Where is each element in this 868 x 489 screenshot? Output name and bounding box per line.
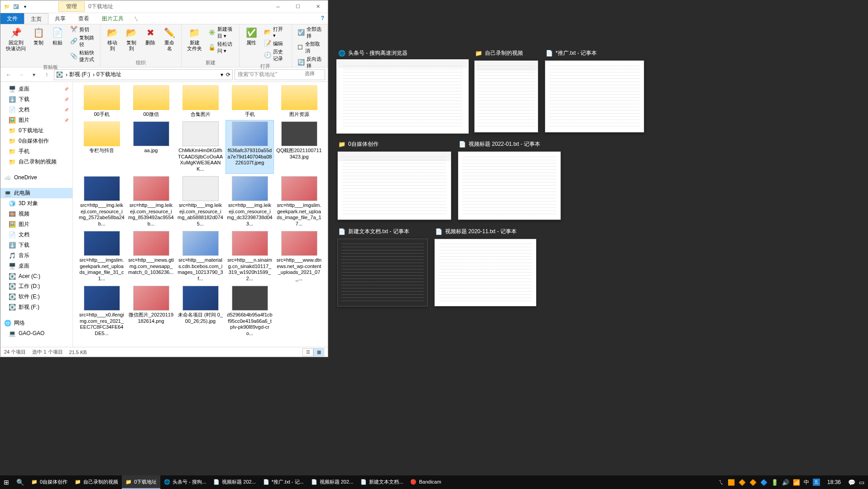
task-switcher-item[interactable]: 📄新建文本文档.txt - 记事本 xyxy=(337,226,428,307)
tab-home[interactable]: 主页 xyxy=(24,13,48,24)
folder-item[interactable]: 图片资源 xyxy=(275,84,323,119)
sidebar-quick-item[interactable]: 📄文档 xyxy=(0,105,72,115)
tray-ime-icon[interactable]: 五 xyxy=(813,479,820,486)
address-dropdown-icon[interactable]: ▾ xyxy=(221,72,223,78)
folder-item[interactable]: 00微信 xyxy=(127,84,175,119)
task-switcher-item[interactable]: 📄*推广.txt - 记事本 xyxy=(545,48,644,133)
taskbar-task[interactable]: 📄新建文本文档... xyxy=(357,475,407,489)
sidebar-quick-item[interactable]: 📁自己录制的视频 xyxy=(0,157,72,167)
sidebar-network-item[interactable]: 💻GAO-GAO xyxy=(0,328,72,338)
file-item[interactable]: src=http___inews.gtimg.com_newsapp_match… xyxy=(127,230,175,283)
file-item[interactable]: src=http___materials.cdn.bcebos.com_imag… xyxy=(176,230,225,283)
taskbar-task[interactable]: 🌐头条号 - 搜狗... xyxy=(160,475,210,489)
sidebar-quick-item[interactable]: 🖼️图片 xyxy=(0,115,72,125)
select-none-button[interactable]: ☐全部取消 xyxy=(296,40,324,55)
sidebar-thispc-item[interactable]: 💽软件 (E:) xyxy=(0,292,72,302)
sidebar-quick-item[interactable]: 🖥️桌面 xyxy=(0,84,72,94)
qa-checkbox-icon[interactable]: ☑️ xyxy=(12,3,19,10)
sidebar-thispc-item[interactable]: 💽工作 (D:) xyxy=(0,281,72,292)
paste-shortcut-button[interactable]: 📎粘贴快捷方式 xyxy=(68,49,96,63)
tray-chevron-icon[interactable]: ㄟ xyxy=(718,478,724,486)
file-item[interactable]: aa.jpg xyxy=(127,120,175,174)
taskbar-task[interactable]: 🔴Bandicam xyxy=(407,475,445,489)
sidebar-quick-item[interactable]: ⬇️下载 xyxy=(0,94,72,105)
sidebar-thispc-item[interactable]: 🖼️图片 xyxy=(0,219,72,230)
task-switcher-item[interactable]: 📄视频标题 2022-01.txt - 记事本 xyxy=(458,139,561,220)
file-item[interactable]: f636afc379310a55da7e79d140704ba08226107f… xyxy=(225,120,274,174)
qa-dropdown-icon[interactable]: ▾ xyxy=(21,3,29,10)
edit-button[interactable]: 📝编辑 xyxy=(262,39,288,48)
sidebar-quick-item[interactable]: 📁0自媒体创作 xyxy=(0,136,72,146)
tray-app4-icon[interactable]: 🔷 xyxy=(760,479,767,486)
file-item[interactable]: src=http___imgslim.geekpark.net_uploads_… xyxy=(77,230,126,283)
taskbar-task[interactable]: 📁0下载地址 xyxy=(122,475,160,489)
sidebar-thispc-item[interactable]: ⬇️下载 xyxy=(0,240,72,250)
select-all-button[interactable]: ☑️全部选择 xyxy=(296,25,324,40)
nav-back-button[interactable]: ← xyxy=(3,69,14,80)
sidebar-network[interactable]: 🌐网络 xyxy=(0,318,72,328)
search-input[interactable]: 搜索"0下载地址" xyxy=(235,69,325,80)
tray-ime[interactable]: 中 xyxy=(804,479,809,486)
minimize-button[interactable]: ─ xyxy=(268,0,288,13)
view-icons-button[interactable]: ▦ xyxy=(313,348,324,356)
help-button[interactable]: ? xyxy=(317,13,328,24)
sidebar-onedrive[interactable]: ☁️OneDrive xyxy=(0,173,72,182)
tray-app1-icon[interactable]: 🟧 xyxy=(728,479,735,486)
tray-wifi-icon[interactable]: 📶 xyxy=(793,479,800,486)
paste-button[interactable]: 📄粘贴 xyxy=(49,25,66,47)
file-item[interactable]: src=http___imgslim.geekpark.net_uploads_… xyxy=(275,175,323,229)
taskbar-task[interactable]: 📄视频标题 202... xyxy=(210,475,259,489)
tab-file[interactable]: 文件 xyxy=(0,13,24,24)
refresh-button[interactable]: ⟳ xyxy=(226,72,230,78)
file-item[interactable]: src=http___img.leikeji.com_resource_img_… xyxy=(77,175,126,229)
task-switcher-item[interactable]: 📁自己录制的视频 xyxy=(474,48,538,133)
nav-recent-button[interactable]: ▾ xyxy=(29,69,39,80)
pin-quickaccess-button[interactable]: 📌固定到 快速访问 xyxy=(4,25,28,53)
taskbar-task[interactable]: 📄视频标题 202... xyxy=(307,475,357,489)
copy-path-button[interactable]: 🔗复制路径 xyxy=(68,34,96,48)
move-to-button[interactable]: 📂移动到 xyxy=(104,25,120,53)
action-center-icon[interactable]: ▭ xyxy=(859,479,864,486)
sidebar-thispc-item[interactable]: 💽影视 (F:) xyxy=(0,302,72,312)
sidebar-thispc-item[interactable]: 💽Acer (C:) xyxy=(0,271,72,281)
file-item[interactable]: d52966b4b95a4f1cbf95cc0e419a66a6_tplv-pk… xyxy=(225,284,274,338)
cut-button[interactable]: ✂️剪切 xyxy=(68,25,96,34)
copy-to-button[interactable]: 📂复制到 xyxy=(123,25,139,53)
folder-item[interactable]: 手机 xyxy=(225,84,274,119)
sidebar-thispc-item[interactable]: 📄文档 xyxy=(0,230,72,240)
easy-access-button[interactable]: 🔓轻松访问 ▾ xyxy=(206,40,235,55)
new-item-button[interactable]: ✳️新建项目 ▾ xyxy=(206,25,235,40)
task-switcher-item[interactable]: 🌐头条号 - 搜狗高速浏览器 xyxy=(337,48,468,133)
notifications-icon[interactable]: 💬 xyxy=(848,479,855,486)
taskbar-task[interactable]: 📁自己录制的视频 xyxy=(71,475,122,489)
tray-volume-icon[interactable]: 🔊 xyxy=(782,479,789,486)
address-bar[interactable]: 💽 ›影视 (F:) ›0下载地址 ▾ ⟳ xyxy=(54,69,233,80)
tray-battery-icon[interactable]: 🔋 xyxy=(771,479,778,486)
file-item[interactable]: src=http___img.leikeji.com_resource_img_… xyxy=(176,175,225,229)
close-button[interactable]: ✕ xyxy=(308,0,328,13)
rename-button[interactable]: ✏️重命名 xyxy=(161,25,177,53)
folder-item[interactable]: 合集图片 xyxy=(176,84,225,119)
file-item[interactable]: src=http___www.dtnews.net_wp-content_upl… xyxy=(275,230,323,283)
tray-app3-icon[interactable]: 🔶 xyxy=(749,479,757,486)
nav-forward-button[interactable]: → xyxy=(16,69,27,80)
sidebar-thispc-item[interactable]: 🎞️视频 xyxy=(0,209,72,219)
task-switcher-item[interactable]: 📁0自媒体创作 xyxy=(337,139,451,220)
history-button[interactable]: 🕘历史记录 xyxy=(262,48,288,62)
file-item[interactable]: src=http___img.leikeji.com_resource_img_… xyxy=(225,175,274,229)
folder-item[interactable]: 00手机 xyxy=(77,84,126,119)
file-item[interactable]: src=http___n.sinaimg.cn_sinakd10117_319_… xyxy=(225,230,274,283)
sidebar-quick-item[interactable]: 📁手机 xyxy=(0,146,72,157)
delete-button[interactable]: ✖删除 xyxy=(142,25,158,47)
sidebar-thispc-item[interactable]: 🧊3D 对象 xyxy=(0,198,72,209)
nav-up-button[interactable]: ↑ xyxy=(41,69,52,80)
taskbar-task[interactable]: 📁0自媒体创作 xyxy=(28,475,71,489)
breadcrumb-drive[interactable]: 影视 (F:) xyxy=(69,71,90,78)
taskbar-task[interactable]: 📄*推广.txt - 记... xyxy=(259,475,307,489)
start-button[interactable]: ⊞ xyxy=(0,475,13,489)
tab-picture-tools[interactable]: 图片工具 xyxy=(96,13,130,24)
tab-view[interactable]: 查看 xyxy=(72,13,96,24)
maximize-button[interactable]: ☐ xyxy=(288,0,308,13)
sidebar-thispc[interactable]: 💻此电脑 xyxy=(0,188,72,198)
file-item[interactable]: 微信图片_20220119182614.png xyxy=(127,284,175,338)
